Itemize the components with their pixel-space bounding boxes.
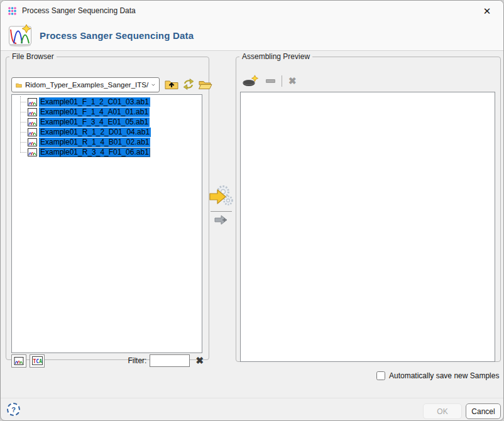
- transfer-divider: [211, 211, 232, 212]
- tree-branch: [20, 132, 26, 133]
- toolbar-separator: [282, 75, 282, 87]
- file-name: Example01_F_1_4_A01_01.ab1: [39, 107, 150, 117]
- file-name: Example01_R_1_4_B01_02.ab1: [39, 138, 150, 147]
- remove-sample-button[interactable]: [265, 79, 276, 84]
- autosave-label: Automatically save new Samples: [389, 371, 499, 380]
- autosave-option: Automatically save new Samples: [376, 371, 499, 380]
- cancel-button[interactable]: Cancel: [466, 403, 501, 419]
- chromatogram-view-icon: [14, 357, 24, 365]
- file-name: Example01_F_3_4_E01_05.ab1: [39, 118, 150, 127]
- chromatogram-star-icon: [8, 24, 33, 48]
- minus-icon: [266, 79, 275, 83]
- dialog-window: Process Sanger Sequencing Data ✕ Process…: [0, 0, 504, 421]
- dialog-header: Process Sanger Sequencing Data: [1, 21, 503, 51]
- delete-preview-icon[interactable]: ✖: [288, 75, 297, 87]
- filter-input[interactable]: [150, 354, 190, 367]
- help-icon[interactable]: ?: [7, 403, 20, 416]
- sequence-view-toggle[interactable]: TCA: [30, 354, 45, 368]
- tree-branch: [20, 142, 26, 143]
- tree-vline: [20, 96, 21, 151]
- chevron-down-icon: [151, 83, 155, 87]
- folder-icon: [16, 81, 22, 89]
- new-sample-button[interactable]: [241, 74, 260, 88]
- arrow-right-icon: [214, 215, 229, 225]
- filter-row: TCA Filter: ✖: [11, 354, 204, 368]
- file-list-item[interactable]: Example01_F_1_4_A01_01.ab1: [12, 107, 202, 117]
- file-name: Example01_R_3_4_F01_06.ab1: [39, 148, 150, 157]
- file-browser-label: File Browser: [9, 52, 57, 61]
- arrow-gears-icon: [208, 183, 234, 210]
- chromatogram-file-icon: [28, 108, 37, 116]
- file-name: Example01_F_1_2_C01_03.ab1: [39, 97, 150, 107]
- chromatogram-file-icon: [28, 118, 37, 126]
- chromatogram-file-icon: [28, 128, 37, 136]
- disc-star-icon: [242, 75, 259, 87]
- footer-bar: ? OK Cancel: [1, 398, 503, 421]
- tree-branch: [20, 152, 26, 153]
- filter-label: Filter:: [128, 356, 146, 365]
- file-rows: Example01_F_1_2_C01_03.ab1 Example01_F_1…: [12, 95, 202, 157]
- assembling-preview-label: Assembling Preview: [239, 52, 312, 61]
- window-title: Process Sanger Sequencing Data: [22, 6, 136, 15]
- chromatogram-file-icon: [28, 138, 37, 146]
- file-list-item[interactable]: Example01_R_1_2_D01_04.ab1: [12, 127, 202, 137]
- tree-branch: [20, 112, 26, 112]
- tree-branch: [20, 102, 26, 102]
- folder-up-icon: [164, 79, 179, 90]
- svg-text:TCA: TCA: [33, 359, 42, 364]
- refresh-button[interactable]: [182, 78, 195, 90]
- close-icon[interactable]: ✕: [477, 3, 497, 19]
- page-title: Process Sanger Sequencing Data: [40, 30, 194, 41]
- folder-open-icon: [198, 79, 213, 90]
- title-bar[interactable]: Process Sanger Sequencing Data ✕: [1, 1, 503, 21]
- folder-path-value: Ridom_Typer_Examples_Sanger_ITS/: [25, 81, 148, 89]
- chromatogram-file-icon: [28, 98, 37, 106]
- file-browser-toolbar: [163, 78, 214, 90]
- move-right-button[interactable]: [213, 215, 229, 226]
- clear-filter-icon[interactable]: ✖: [195, 355, 204, 366]
- ok-button[interactable]: OK: [423, 403, 462, 419]
- file-list-item[interactable]: Example01_F_1_2_C01_03.ab1: [12, 97, 202, 107]
- parent-folder-button[interactable]: [163, 78, 180, 90]
- file-list-item[interactable]: Example01_R_3_4_F01_06.ab1: [12, 147, 202, 157]
- file-name: Example01_R_1_2_D01_04.ab1: [39, 128, 151, 137]
- chromatogram-file-icon: [28, 148, 37, 156]
- assemble-selected-button[interactable]: [208, 183, 234, 210]
- open-folder-button[interactable]: [197, 78, 214, 90]
- file-list[interactable]: Example01_F_1_2_C01_03.ab1 Example01_F_1…: [11, 94, 202, 353]
- file-browser-group: File Browser Ridom_Typer_Examples_Sanger…: [6, 52, 209, 360]
- refresh-icon: [182, 79, 195, 90]
- file-list-item[interactable]: Example01_R_1_4_B01_02.ab1: [12, 137, 202, 147]
- assembling-preview-group: Assembling Preview ✖: [236, 52, 501, 362]
- autosave-checkbox[interactable]: [376, 371, 385, 380]
- folder-path-select[interactable]: Ridom_Typer_Examples_Sanger_ITS/: [11, 77, 160, 92]
- trace-view-toggle[interactable]: [11, 354, 26, 368]
- file-list-item[interactable]: Example01_F_3_4_E01_05.ab1: [12, 117, 202, 127]
- tca-text-icon: TCA: [32, 356, 43, 365]
- app-dots-icon: [8, 6, 17, 16]
- tree-branch: [20, 122, 26, 123]
- assembling-preview-toolbar: ✖: [241, 74, 297, 88]
- assembly-preview-area: [240, 92, 495, 362]
